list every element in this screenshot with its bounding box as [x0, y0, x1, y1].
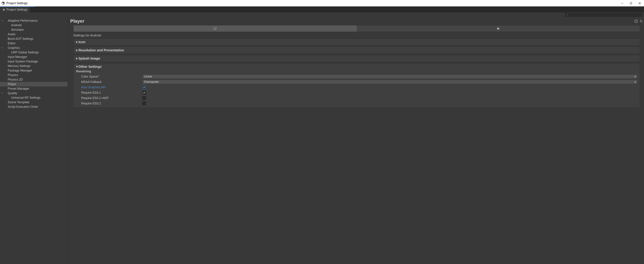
window-titlebar: Project Settings [0, 0, 644, 6]
sidebar-item-label: Editor [4, 42, 16, 45]
page-title: Player [70, 18, 633, 24]
chevron-right-icon [76, 41, 78, 44]
svg-line-8 [568, 15, 568, 16]
dropdown-value: Linear [144, 75, 634, 78]
section-icon[interactable]: Icon [73, 39, 640, 45]
sidebar-item-input-system-package[interactable]: Input System Package [0, 59, 68, 64]
sidebar-item-label: Script Execution Order [4, 105, 38, 109]
sidebar-item-label: Physics 2D [4, 78, 23, 81]
section-title: Icon [78, 40, 85, 44]
sidebar-item-graphics[interactable]: Graphics [0, 46, 68, 50]
tab-project-settings[interactable]: Project Settings [0, 7, 30, 12]
window-title: Project Settings [6, 1, 28, 5]
sidebar-item-label: Graphics [4, 46, 20, 50]
close-button[interactable] [635, 0, 644, 6]
checkbox-require-es31[interactable] [142, 91, 146, 94]
section-other-settings: Other Settings Rendering Color Space* Li… [73, 63, 640, 108]
svg-rect-24 [497, 28, 497, 29]
check-icon [143, 86, 145, 88]
sidebar-item-label: Preset Manager [4, 87, 29, 90]
settings-subtitle: Settings for Android [73, 33, 643, 37]
settings-preset-icon[interactable] [639, 19, 643, 23]
chevron-right-icon [76, 49, 78, 52]
svg-marker-9 [2, 20, 3, 21]
field-label: Require ES3.1 [76, 91, 142, 94]
sidebar-item-burst-aot-settings[interactable]: Burst AOT Settings [0, 36, 68, 41]
sidebar-item-physics[interactable]: Physics [0, 73, 68, 77]
sidebar-item-scene-template[interactable]: Scene Template [0, 100, 68, 105]
section-header-other[interactable]: Other Settings [76, 65, 638, 69]
sidebar-item-label: Physics [4, 73, 18, 77]
svg-marker-11 [2, 93, 3, 94]
search-icon [566, 14, 568, 16]
svg-marker-29 [76, 49, 78, 51]
section-splash[interactable]: Splash Image [73, 55, 640, 62]
checkbox-require-es31aep[interactable] [142, 96, 146, 100]
monitor-icon [214, 27, 217, 30]
svg-text:?: ? [636, 20, 637, 22]
field-label: Color Space* [76, 75, 142, 78]
section-title: Resolution and Presentation [78, 48, 124, 52]
sidebar-item-audio[interactable]: Audio [0, 32, 68, 36]
sidebar-item-script-execution-order[interactable]: Script Execution Order [0, 105, 68, 109]
platform-tab-android[interactable] [357, 25, 640, 32]
section-title: Splash Image [78, 56, 100, 60]
sidebar-item-label: Memory Settings [4, 64, 30, 68]
sidebar-item-label: Quality [4, 91, 17, 95]
chevron-down-icon [1, 47, 4, 49]
section-resolution[interactable]: Resolution and Presentation [73, 47, 640, 54]
svg-marker-30 [76, 57, 78, 60]
field-label: Auto Graphics API [76, 86, 142, 89]
chevron-down-icon [76, 65, 78, 68]
dropdown-msaa-fallback[interactable]: Downgrade ▾ [142, 80, 638, 84]
svg-rect-27 [498, 29, 499, 30]
svg-point-7 [566, 14, 568, 15]
check-icon [143, 91, 145, 94]
sidebar-item-preset-manager[interactable]: Preset Manager [0, 86, 68, 91]
unity-icon [1, 1, 5, 5]
maximize-button[interactable] [626, 0, 635, 6]
sidebar-item-quality[interactable]: Quality [0, 91, 68, 95]
minimize-button[interactable] [618, 0, 626, 6]
search-input[interactable] [565, 13, 643, 17]
svg-rect-21 [497, 28, 499, 29]
sidebar-item-label: Android [4, 23, 22, 27]
sidebar-item-editor[interactable]: Editor [0, 41, 68, 46]
dropdown-value: Downgrade [144, 80, 634, 84]
search-row [0, 12, 644, 17]
sidebar-item-adaptive-performance[interactable]: Adaptive Performance [0, 18, 68, 23]
svg-marker-31 [76, 66, 78, 68]
sidebar-item-simulator[interactable]: Simulator [0, 27, 68, 32]
platform-tab-standalone[interactable] [74, 25, 357, 32]
sidebar-item-package-manager[interactable]: Package Manager [0, 68, 68, 73]
sidebar-item-label: URP Global Settings [4, 51, 39, 54]
sidebar-item-physics-2d[interactable]: Physics 2D [0, 77, 68, 82]
help-icon[interactable]: ? [634, 19, 638, 23]
sidebar-item-urp-global-settings[interactable]: URP Global Settings [0, 50, 68, 55]
sidebar-item-label: Player [4, 82, 16, 86]
sidebar-item-label: Universal RP Settings [4, 96, 40, 99]
sidebar-item-player[interactable]: Player [0, 82, 68, 86]
checkbox-require-es32[interactable] [142, 102, 146, 105]
field-require-es32: Require ES3.2 [76, 101, 638, 106]
gear-icon [2, 8, 5, 11]
dropdown-color-space[interactable]: Linear ▾ [142, 74, 638, 79]
field-label: Require ES3.2 [76, 102, 142, 105]
sidebar-item-memory-settings[interactable]: Memory Settings [0, 64, 68, 68]
svg-point-22 [498, 28, 498, 28]
tab-bar: Project Settings [0, 7, 644, 12]
sidebar-item-label: Burst AOT Settings [4, 37, 34, 41]
sidebar-item-label: Package Manager [4, 69, 32, 72]
sidebar-item-android[interactable]: Android [0, 23, 68, 27]
sidebar-item-label: Audio [4, 32, 16, 36]
svg-rect-4 [630, 2, 632, 4]
chevron-down-icon [1, 92, 4, 94]
svg-point-23 [498, 28, 499, 28]
sidebar-item-universal-rp-settings[interactable]: Universal RP Settings [0, 95, 68, 100]
chevron-down-icon: ▾ [634, 75, 636, 78]
sidebar-item-label: Simulator [4, 28, 24, 31]
sidebar-item-label: Scene Template [4, 101, 30, 104]
checkbox-auto-graphics-api[interactable] [142, 85, 146, 89]
field-label: MSAA Fallback [76, 80, 142, 84]
sidebar-item-input-manager[interactable]: Input Manager [0, 55, 68, 59]
